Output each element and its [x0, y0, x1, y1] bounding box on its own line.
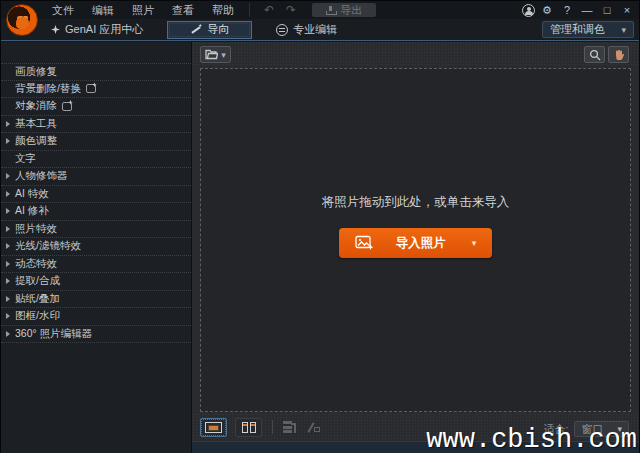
tools-sidebar: 画质修复背景删除/替换对象消除基本工具颜色调整文字人物修饰器AI 特效AI 修补…	[1, 42, 192, 453]
magnifier-icon	[589, 49, 601, 61]
sidebar-item[interactable]: 画质修复	[1, 63, 191, 81]
sidebar-item[interactable]: 人物修饰器	[1, 168, 191, 186]
sidebar-item-label: 人物修饰器	[15, 169, 68, 183]
sidebar-item-label: 360° 照片编辑器	[15, 327, 92, 341]
app-window: 文件编辑照片查看帮助 ↶ ↷ 导出 ⚙ ? — □ × GenAI 应用中心	[0, 0, 640, 453]
site-watermark: www.cbish.com	[426, 425, 637, 453]
sidebar-item[interactable]: AI 修补	[1, 203, 191, 221]
menubar-item[interactable]: 帮助	[203, 1, 243, 20]
sidebar-item[interactable]: 360° 照片编辑器	[1, 326, 191, 344]
modebar: GenAI 应用中心 导向 专业编辑 管理和调色 ▾	[1, 19, 639, 41]
window-controls: ⚙ ? — □ ×	[522, 1, 635, 19]
minimize-button[interactable]: —	[579, 4, 595, 16]
sidebar-item[interactable]: 背景删除/替换	[1, 81, 191, 99]
history-controls: ↶ ↷	[249, 3, 302, 17]
expand-arrow-icon	[6, 331, 10, 337]
photodirector-logo-icon	[6, 4, 38, 36]
zoom-tool-button[interactable]	[584, 46, 605, 63]
sidebar-item[interactable]: 对象消除	[1, 98, 191, 116]
drop-hint-text: 将照片拖动到此处，或单击来导入	[322, 194, 510, 211]
ai-badge-icon	[86, 84, 96, 93]
redo-icon[interactable]: ↷	[280, 3, 302, 17]
sidebar-item[interactable]: 图框/水印	[1, 308, 191, 326]
history-stack-icon[interactable]	[283, 421, 296, 433]
expand-arrow-icon	[6, 313, 10, 319]
menubar-item[interactable]: 查看	[163, 1, 203, 20]
import-photos-button[interactable]: 导入照片 ▾	[339, 228, 493, 258]
settings-gear-icon[interactable]: ⚙	[539, 4, 555, 17]
ai-badge-icon	[62, 102, 72, 111]
sidebar-item-label: AI 修补	[15, 204, 49, 218]
expand-arrow-icon	[6, 243, 10, 249]
chevron-down-icon: ▾	[621, 25, 626, 35]
sidebar-item[interactable]: 基本工具	[1, 116, 191, 134]
sidebar-item[interactable]: 动态特效	[1, 256, 191, 274]
expand-arrow-icon	[6, 278, 10, 284]
expand-arrow-icon	[6, 296, 10, 302]
genai-hub-label: GenAI 应用中心	[65, 22, 143, 37]
chevron-down-icon: ▾	[472, 238, 477, 248]
import-button-label: 导入照片	[396, 235, 446, 252]
workspace-dropdown[interactable]: 管理和调色 ▾	[542, 21, 634, 38]
sidebar-item[interactable]: 提取/合成	[1, 273, 191, 291]
export-button[interactable]: 导出	[312, 3, 376, 17]
tab-professional-edit[interactable]: 专业编辑	[266, 19, 347, 40]
expand-arrow-icon	[6, 226, 10, 232]
compare-view-button[interactable]	[235, 418, 262, 437]
guided-label: 导向	[207, 22, 229, 37]
sidebar-item-label: 基本工具	[15, 117, 57, 131]
help-button[interactable]: ?	[559, 4, 575, 16]
sidebar-item-label: 照片特效	[15, 222, 57, 236]
export-upload-icon	[326, 6, 335, 15]
sidebar-item[interactable]: 颜色调整	[1, 133, 191, 151]
compare-view-icon	[242, 422, 256, 433]
sidebar-item-label: 提取/合成	[15, 274, 60, 288]
sidebar-item-label: 文字	[15, 152, 36, 166]
hand-icon	[613, 49, 625, 61]
expand-arrow-icon	[6, 191, 10, 197]
photo-drop-zone[interactable]: 将照片拖动到此处，或单击来导入 导入照片 ▾	[200, 68, 631, 412]
sidebar-item-label: AI 特效	[15, 187, 49, 201]
canvas-area: ▾ 将照片拖动到此处，或单击来导入	[192, 42, 639, 453]
sidebar-item[interactable]: 光线/滤镜特效	[1, 238, 191, 256]
titlebar: 文件编辑照片查看帮助 ↶ ↷ 导出 ⚙ ? — □ ×	[1, 1, 639, 19]
maximize-button[interactable]: □	[599, 4, 615, 16]
pan-tool-button[interactable]	[608, 46, 629, 63]
sidebar-item[interactable]: 文字	[1, 151, 191, 169]
undo-icon[interactable]: ↶	[258, 3, 280, 17]
sidebar-item[interactable]: 照片特效	[1, 221, 191, 239]
sidebar-item-label: 动态特效	[15, 257, 57, 271]
export-label: 导出	[340, 3, 362, 18]
sidebar-item-label: 颜色调整	[15, 134, 57, 148]
expand-arrow-icon	[6, 261, 10, 267]
account-icon[interactable]	[522, 4, 535, 17]
open-folder-button[interactable]: ▾	[200, 46, 231, 63]
expand-arrow-icon	[6, 121, 10, 127]
sidebar-item-label: 背景删除/替换	[15, 82, 81, 96]
sparkle-icon	[51, 25, 60, 34]
sidebar-item-label: 对象消除	[15, 99, 57, 113]
workspace-dropdown-value: 管理和调色	[550, 22, 605, 37]
menubar-item[interactable]: 照片	[123, 1, 163, 20]
menubar: 文件编辑照片查看帮助	[43, 1, 243, 20]
photo-import-icon	[355, 235, 374, 251]
sidebar-item-label: 贴纸/叠加	[15, 292, 60, 306]
close-button[interactable]: ×	[619, 4, 635, 16]
toolbar-divider	[272, 420, 273, 434]
sidebar-item-label: 图框/水印	[15, 309, 60, 323]
expand-arrow-icon	[6, 138, 10, 144]
pro-edit-icon	[276, 24, 288, 36]
folder-icon	[205, 49, 218, 60]
sidebar-item[interactable]: AI 特效	[1, 186, 191, 204]
canvas-toolbar-top: ▾	[192, 42, 639, 67]
genai-hub-button[interactable]: GenAI 应用中心	[41, 19, 153, 40]
tab-guided[interactable]: 导向	[167, 21, 252, 39]
menubar-item[interactable]: 文件	[43, 1, 83, 20]
pro-edit-label: 专业编辑	[293, 22, 337, 37]
single-view-button[interactable]	[200, 418, 227, 437]
chevron-down-icon: ▾	[221, 50, 226, 60]
menubar-item[interactable]: 编辑	[83, 1, 123, 20]
sidebar-item[interactable]: 贴纸/叠加	[1, 291, 191, 309]
sidebar-item-label: 光线/滤镜特效	[15, 239, 81, 253]
adjustment-pen-icon[interactable]	[308, 421, 321, 433]
